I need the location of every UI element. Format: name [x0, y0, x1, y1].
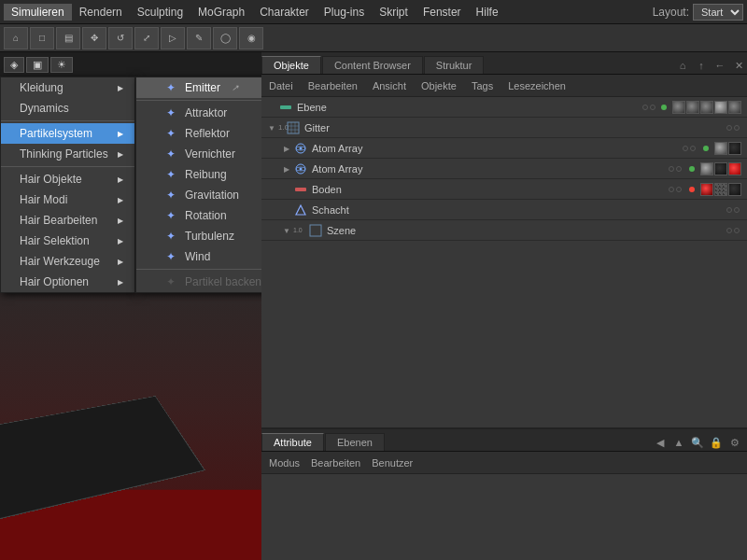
tab-attribute[interactable]: Attribute — [261, 433, 324, 451]
gravitation-icon: ✦ — [164, 189, 177, 202]
tab-struktur[interactable]: Struktur — [424, 56, 485, 74]
obj-row-gitter[interactable]: ▼ 1.0 Gitter — [261, 118, 747, 138]
attr-lock-icon[interactable]: 🔒 — [708, 434, 725, 451]
mat1-boden[interactable] — [700, 183, 713, 196]
panel-icon-close[interactable]: ✕ — [730, 57, 747, 74]
attr-modus[interactable]: Modus — [269, 457, 300, 469]
dd-partikelsystem[interactable]: Partikelsystem ▶ — [1, 123, 134, 144]
mat2-atom1[interactable] — [728, 142, 741, 155]
menu-mograph[interactable]: MoGraph — [190, 4, 252, 21]
obj-row-atom2[interactable]: ▶ Atom Array — [261, 159, 747, 179]
mat5-ebene[interactable] — [728, 101, 741, 114]
toolbar-scale[interactable]: ⤢ — [134, 27, 159, 49]
dd-hair-bearbeiten[interactable]: Hair Bearbeiten ▶ — [1, 210, 134, 231]
attr-settings-icon[interactable]: ⚙ — [726, 434, 743, 451]
mat3-boden[interactable] — [728, 183, 741, 196]
sub-vernichter[interactable]: ✦ Vernichter — [136, 144, 261, 164]
menu-skript[interactable]: Skript — [372, 4, 416, 21]
toolbar-new[interactable]: □ — [30, 27, 54, 49]
sub-rotation[interactable]: ✦ Rotation — [136, 205, 261, 226]
sub-reibung[interactable]: ✦ Reibung — [136, 164, 261, 185]
mat4-ebene[interactable] — [714, 101, 727, 114]
mat2-atom2[interactable] — [714, 162, 727, 175]
obj-row-boden[interactable]: Boden — [261, 179, 747, 200]
mat1-ebene[interactable] — [672, 101, 685, 114]
toolbar-rotate[interactable]: ↺ — [108, 27, 133, 49]
sub-turbulenz[interactable]: ✦ Turbulenz — [136, 226, 261, 246]
obj-expand-gitter[interactable]: ▼ — [265, 123, 278, 133]
panel-icons-right: ⌂ ↑ ← ✕ — [674, 57, 747, 74]
attr-bearbeiten[interactable]: Bearbeiten — [311, 457, 360, 469]
vp-render-btn[interactable]: ☀ — [50, 57, 73, 73]
attribute-toolbar: Modus Bearbeiten Benutzer — [261, 452, 747, 474]
sec-ansicht[interactable]: Ansicht — [369, 79, 410, 92]
toolbar-edit[interactable]: ✎ — [187, 27, 211, 49]
dd-thinking-particles[interactable]: Thinking Particles ▶ — [1, 144, 134, 164]
sec-datei[interactable]: Datei — [265, 79, 297, 92]
toolbar-open[interactable]: ▤ — [56, 27, 80, 49]
obj-expand-szene[interactable]: ▼ — [280, 226, 293, 235]
mat1-atom1[interactable] — [714, 142, 727, 155]
toolbar-home[interactable]: ⌂ — [4, 27, 28, 49]
menu-plugins[interactable]: Plug-ins — [317, 4, 372, 21]
sub-emitter[interactable]: ✦ Emitter ↗ — [136, 77, 261, 98]
menu-hilfe[interactable]: Hilfe — [469, 4, 506, 21]
sub-attraktor[interactable]: ✦ Attraktor — [136, 103, 261, 123]
menu-charakter[interactable]: Charakter — [252, 4, 317, 21]
layout-select[interactable]: Start — [693, 4, 743, 21]
reibung-icon: ✦ — [164, 168, 177, 181]
mat3-atom2[interactable] — [728, 162, 741, 175]
obj-row-schacht[interactable]: Schacht — [261, 200, 747, 220]
attr-forward-icon[interactable]: ▲ — [670, 434, 687, 451]
attr-panel-icons-right: ◀ ▲ 🔍 🔒 ⚙ — [652, 434, 747, 451]
toolbar-render[interactable]: ▷ — [161, 27, 185, 49]
obj-name-szene: Szene — [327, 225, 726, 236]
attr-benutzer[interactable]: Benutzer — [372, 457, 413, 469]
tab-ebenen[interactable]: Ebenen — [325, 433, 385, 451]
sub-reflektor[interactable]: ✦ Reflektor — [136, 123, 261, 144]
sub-sep-1 — [136, 100, 261, 101]
sub-wind[interactable]: ✦ Wind — [136, 246, 261, 267]
obj-icon-szene — [308, 223, 323, 238]
panel-icon-up[interactable]: ↑ — [693, 57, 710, 74]
mat2-boden[interactable] — [714, 183, 727, 196]
tab-objekte[interactable]: Objekte — [261, 56, 321, 74]
obj-row-szene[interactable]: ▼ 1.0 Szene — [261, 220, 747, 241]
dd-hair-optionen[interactable]: Hair Optionen ▶ — [1, 272, 134, 292]
mat2-ebene[interactable] — [686, 101, 699, 114]
dd-hair-werkzeuge[interactable]: Hair Werkzeuge ▶ — [1, 251, 134, 272]
toolbar-light[interactable]: ◯ — [213, 27, 237, 49]
sub-wind-label: Wind — [185, 250, 210, 263]
tab-content-browser[interactable]: Content Browser — [322, 56, 423, 74]
obj-expand-atom2[interactable]: ▶ — [280, 164, 293, 174]
toolbar-move[interactable]: ✥ — [82, 27, 106, 49]
sub-gravitation[interactable]: ✦ Gravitation — [136, 185, 261, 205]
panel-icon-home[interactable]: ⌂ — [674, 57, 691, 74]
dd-hair-modi[interactable]: Hair Modi ▶ — [1, 189, 134, 210]
sec-tags[interactable]: Tags — [468, 79, 497, 92]
sec-bearbeiten[interactable]: Bearbeiten — [304, 79, 361, 92]
mat1-atom2[interactable] — [700, 162, 713, 175]
menu-fenster[interactable]: Fenster — [416, 4, 469, 21]
vp-mode-btn[interactable]: ◈ — [4, 57, 24, 73]
dd-hair-selektion[interactable]: Hair Selektion ▶ — [1, 231, 134, 251]
obj-row-ebene[interactable]: Ebene — [261, 97, 747, 118]
obj-row-atom1[interactable]: ▶ Atom Array — [261, 138, 747, 159]
obj-expand-atom1[interactable]: ▶ — [280, 144, 293, 153]
menu-simulieren[interactable]: Simulieren — [4, 4, 72, 21]
sec-lesezeichen[interactable]: Lesezeichen — [504, 79, 570, 92]
dd-hair-objekte[interactable]: Hair Objekte ▶ — [1, 169, 134, 189]
menu-rendern[interactable]: Rendern — [72, 4, 130, 21]
sec-objekte[interactable]: Objekte — [417, 79, 460, 92]
dd-kleidung[interactable]: Kleidung ▶ — [1, 77, 134, 98]
toolbar-camera[interactable]: ◉ — [239, 27, 263, 49]
object-panel: Objekte Content Browser Struktur ⌂ ↑ ← ✕… — [261, 52, 747, 429]
attr-back-icon[interactable]: ◀ — [652, 434, 669, 451]
mat3-ebene[interactable] — [700, 101, 713, 114]
vp-display-btn[interactable]: ▣ — [26, 57, 49, 73]
menu-sculpting[interactable]: Sculpting — [130, 4, 190, 21]
dd-dynamics[interactable]: Dynamics — [1, 98, 134, 119]
panel-icon-backward[interactable]: ← — [712, 57, 728, 74]
obj-row-right-ebene — [642, 101, 743, 114]
attr-search-icon[interactable]: 🔍 — [689, 434, 706, 451]
